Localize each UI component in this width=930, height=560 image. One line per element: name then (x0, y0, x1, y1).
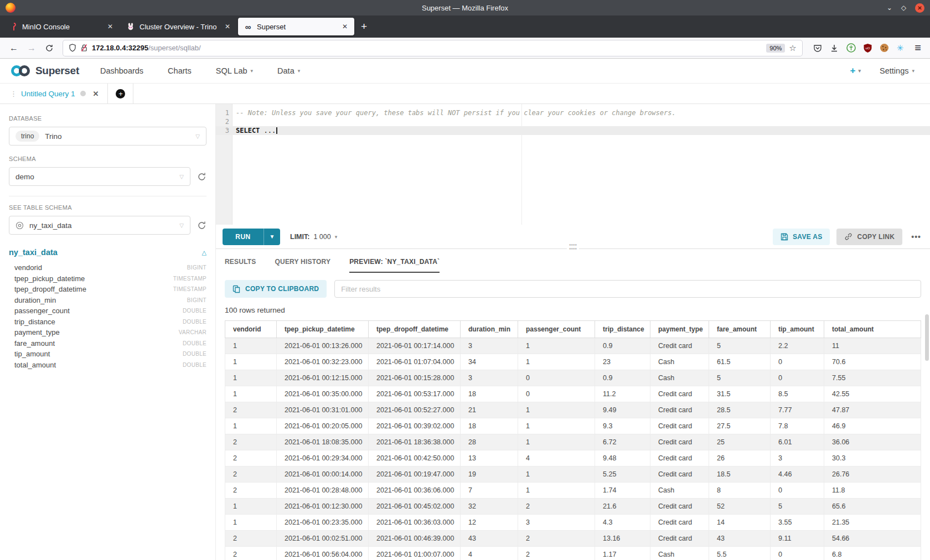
page-zoom-badge[interactable]: 90% (766, 44, 785, 53)
menu-hamburger-icon[interactable]: ≡ (910, 42, 924, 54)
results-scrollbar[interactable] (925, 314, 929, 558)
browser-tab-3[interactable]: ∞Superset✕ (238, 18, 354, 35)
copy-to-clipboard-button[interactable]: COPY TO CLIPBOARD (225, 280, 327, 298)
refresh-schema-icon[interactable] (197, 172, 206, 182)
window-minimize-icon[interactable]: ⌄ (887, 4, 892, 12)
window-maximize-icon[interactable]: ◇ (901, 4, 906, 12)
results-tab-2[interactable]: QUERY HISTORY (275, 258, 331, 273)
column-header[interactable]: vendorid (225, 321, 277, 338)
copy-link-button[interactable]: COPY LINK (836, 229, 902, 245)
column-header[interactable]: tpep_pickup_datetime (277, 321, 369, 338)
schema-select[interactable]: demo ▽ (9, 167, 190, 186)
close-query-tab-icon[interactable]: ✕ (93, 90, 99, 98)
editor-line[interactable]: 1-- Note: Unless you save your query, th… (216, 108, 930, 117)
schema-column-row[interactable]: tpep_dropoff_datetimeTIMESTAMP (9, 284, 206, 295)
filter-results-input[interactable] (334, 280, 921, 298)
ublock-shield-icon[interactable]: uO (864, 44, 872, 53)
limit-dropdown[interactable]: LIMIT: 1 000 ▾ (290, 233, 337, 241)
chevron-up-icon[interactable]: △ (202, 249, 206, 256)
schema-column-row[interactable]: fare_amountDOUBLE (9, 338, 206, 349)
nav-item-dashboards[interactable]: Dashboards (100, 66, 143, 75)
column-header[interactable]: fare_amount (709, 321, 771, 338)
run-button-label[interactable]: RUN (223, 229, 264, 245)
column-header[interactable]: duration_min (461, 321, 518, 338)
column-header[interactable]: passenger_count (518, 321, 595, 338)
browser-tab-1[interactable]: MinIO Console✕ (3, 18, 120, 35)
superset-logo[interactable]: Superset (10, 64, 79, 77)
pocket-icon[interactable] (813, 44, 822, 53)
extension-green-icon[interactable] (846, 43, 856, 53)
drag-handle-icon[interactable]: ⋮ (10, 90, 16, 98)
url-bar[interactable]: 172.18.0.4:32295/superset/sqllab/ 90% ☆ (63, 40, 802, 56)
query-tab-title[interactable]: Untitled Query 1 (21, 90, 75, 98)
bookmark-star-icon[interactable]: ☆ (789, 43, 796, 53)
resize-grip[interactable]: •••••••• (567, 243, 579, 251)
table-schema-select[interactable]: ny_taxi_data ▽ (9, 216, 190, 235)
schema-column-row[interactable]: payment_typeVARCHAR (9, 327, 206, 338)
downloads-icon[interactable] (830, 44, 839, 53)
table-name-heading[interactable]: ny_taxi_data △ (9, 248, 206, 257)
insecure-lock-icon[interactable] (80, 44, 88, 52)
schema-column-row[interactable]: vendoridBIGINT (9, 262, 206, 273)
schema-column-row[interactable]: tip_amountDOUBLE (9, 349, 206, 360)
url-text[interactable]: 172.18.0.4:32295/superset/sqllab/ (92, 44, 762, 52)
table-row[interactable]: 12021-06-01 00:12:30.0002021-06-01 00:45… (225, 499, 921, 515)
tab-close-icon[interactable]: ✕ (224, 23, 231, 30)
refresh-table-icon[interactable] (197, 221, 206, 230)
database-select[interactable]: trino Trino ▽ (9, 127, 206, 146)
tab-close-icon[interactable]: ✕ (341, 23, 349, 30)
results-tab-3[interactable]: PREVIEW: `NY_TAXI_DATA` (349, 258, 440, 273)
table-row[interactable]: 22021-06-01 00:02:51.0002021-06-01 00:46… (225, 531, 921, 547)
column-header[interactable]: trip_distance (595, 321, 650, 338)
table-cell: 43 (709, 531, 771, 547)
column-header[interactable]: tip_amount (771, 321, 824, 338)
new-item-button[interactable]: +▾ (850, 65, 861, 76)
schema-column-row[interactable]: passenger_countDOUBLE (9, 305, 206, 317)
schema-column-row[interactable]: duration_minBIGINT (9, 295, 206, 306)
schema-column-row[interactable]: tpep_pickup_datetimeTIMESTAMP (9, 273, 206, 284)
table-row[interactable]: 12021-06-01 00:13:26.0002021-06-01 00:17… (225, 338, 921, 354)
table-row[interactable]: 12021-06-01 00:20:05.0002021-06-01 00:39… (225, 418, 921, 434)
table-row[interactable]: 22021-06-01 00:00:14.0002021-06-01 00:19… (225, 466, 921, 483)
table-row[interactable]: 22021-06-01 00:29:34.0002021-06-01 00:42… (225, 450, 921, 466)
run-options-chevron-icon[interactable]: ▼ (264, 229, 280, 245)
column-header[interactable]: payment_type (650, 321, 709, 338)
run-button[interactable]: RUN ▼ (223, 229, 280, 245)
add-query-tab-button[interactable]: + (108, 84, 133, 103)
settings-menu[interactable]: Settings▾ (880, 66, 914, 75)
table-cell: 9.49 (595, 402, 650, 418)
window-close-button[interactable]: ✕ (915, 3, 924, 13)
cookie-icon[interactable] (880, 43, 889, 53)
table-row[interactable]: 22021-06-01 18:08:35.0002021-06-01 18:36… (225, 434, 921, 450)
new-tab-button[interactable]: + (361, 20, 367, 33)
schema-column-row[interactable]: trip_distanceDOUBLE (9, 317, 206, 328)
scrollbar-thumb[interactable] (925, 314, 929, 361)
table-row[interactable]: 12021-06-01 00:32:23.0002021-06-01 01:07… (225, 354, 921, 370)
nav-item-data[interactable]: Data▾ (277, 66, 300, 75)
save-as-button[interactable]: SAVE AS (773, 229, 830, 245)
table-row[interactable]: 22021-06-01 00:28:48.0002021-06-01 00:36… (225, 483, 921, 499)
column-header[interactable]: total_amount (824, 321, 921, 338)
reload-button[interactable] (41, 40, 58, 56)
table-row[interactable]: 22021-06-01 00:56:04.0002021-06-01 01:00… (225, 547, 921, 560)
more-options-icon[interactable]: ••• (909, 232, 923, 241)
table-row[interactable]: 12021-06-01 00:12:15.0002021-06-01 00:15… (225, 370, 921, 386)
forward-button[interactable]: → (23, 40, 40, 56)
sql-editor[interactable]: 1-- Note: Unless you save your query, th… (216, 104, 930, 225)
nav-item-sql-lab[interactable]: SQL Lab▾ (216, 66, 253, 75)
asterisk-extension-icon[interactable]: ✳ (897, 43, 904, 53)
column-header[interactable]: tpep_dropoff_datetime (369, 321, 461, 338)
query-tab[interactable]: ⋮ Untitled Query 1 ✕ (4, 84, 108, 103)
editor-line[interactable]: 2 (216, 117, 930, 126)
back-button[interactable]: ← (6, 40, 22, 56)
table-row[interactable]: 12021-06-01 00:35:00.0002021-06-01 00:53… (225, 386, 921, 402)
tab-close-icon[interactable]: ✕ (106, 23, 114, 30)
nav-item-charts[interactable]: Charts (168, 66, 192, 75)
editor-line[interactable]: 3SELECT ... (216, 126, 930, 135)
results-tab-1[interactable]: RESULTS (225, 258, 256, 273)
browser-tab-2[interactable]: Cluster Overview - Trino✕ (121, 18, 237, 35)
schema-column-row[interactable]: total_amountDOUBLE (9, 360, 206, 371)
table-row[interactable]: 12021-06-01 00:23:35.0002021-06-01 00:36… (225, 515, 921, 531)
table-row[interactable]: 22021-06-01 00:31:01.0002021-06-01 00:52… (225, 402, 921, 418)
shield-icon[interactable] (69, 44, 76, 52)
